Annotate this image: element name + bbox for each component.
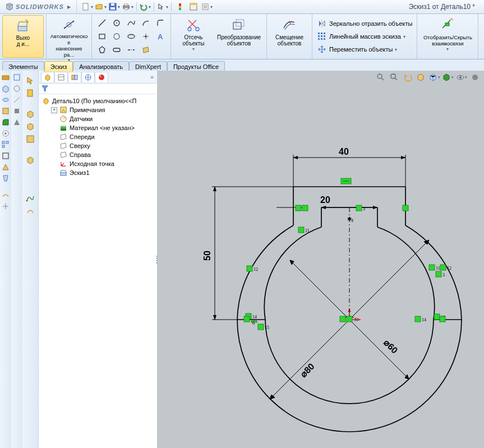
dim-40[interactable]: 40 [339,147,349,156]
print-button[interactable] [122,1,134,12]
reference-icon[interactable] [1,202,10,211]
fillet-tool[interactable] [154,17,167,29]
shell-icon[interactable] [1,151,10,160]
tree-top-plane[interactable]: Сверху [39,141,157,150]
tool-icon-4[interactable] [12,107,21,116]
fm-doc-icon[interactable] [26,89,35,98]
tree-annotations[interactable]: + A Примечания [39,105,157,114]
revolve-icon[interactable] [1,95,10,104]
move-entities-button[interactable]: Переместить объекты ▾ [317,43,412,56]
fm-select-icon[interactable] [26,76,35,85]
svg-rect-44 [324,38,325,40]
dim-20[interactable]: 20 [320,195,330,205]
rebuild-button[interactable] [174,1,186,12]
offset-entities-button[interactable]: Смещениеобъектов [269,15,310,58]
pattern-tools: Зеркально отразить объекты Линейный масс… [315,15,414,58]
dim-d80[interactable]: ⌀80 [298,361,316,379]
dim-50[interactable]: 50 [202,251,212,261]
text-tool[interactable]: A [154,30,167,43]
tree-origin[interactable]: Исходная точка [39,159,157,168]
svg-rect-37 [321,33,322,34]
tree-front-plane[interactable]: Спереди [39,132,157,141]
fm-tab-render[interactable] [95,72,108,82]
exit-sketch-button[interactable]: Выход и... [2,15,44,58]
extrude-icon[interactable] [1,84,10,93]
rib-icon[interactable] [1,163,10,172]
tab-sketch[interactable]: Эскиз [44,61,73,72]
fm-assembly-icon[interactable] [26,122,35,131]
svg-marker-61 [14,119,20,125]
svg-rect-62 [27,90,33,96]
fm-part-icon[interactable] [26,110,35,119]
svg-point-32 [196,27,199,31]
view-icon[interactable] [1,73,10,82]
mirror-entities-button[interactable]: Зеркально отразить объекты [317,17,412,30]
tree-material[interactable]: Материал <не указан> [39,123,157,132]
svg-rect-117 [302,205,308,211]
fm-tab-feature-tree[interactable] [41,72,54,82]
hole-icon[interactable] [1,129,10,138]
fm-tab-configuration[interactable] [68,72,81,82]
plane-tool[interactable] [139,44,153,56]
svg-text:4: 4 [351,218,353,223]
left-toolbar-2 [11,71,23,448]
tree-sensors[interactable]: Датчики [39,114,157,123]
fm-expand-icon[interactable]: » [150,73,154,80]
line-tool[interactable] [95,17,109,29]
graphics-area[interactable]: ▾ ▾ ▾ [157,71,484,448]
tree-right-plane[interactable]: Справа [39,150,157,159]
fillet-feature-icon[interactable] [1,118,10,127]
tool-icon-2[interactable] [12,84,21,93]
trim-entities-button[interactable]: Отсечьобъекты ▾ [173,15,214,58]
spline-tool[interactable] [125,17,138,29]
svg-rect-45 [445,23,449,26]
cut-icon[interactable] [1,107,10,116]
tree-sketch1[interactable]: Эскиз1 [39,168,157,177]
undo-button[interactable] [139,1,151,12]
tool-icon-1[interactable] [12,73,21,82]
arc-tool[interactable] [139,17,153,29]
dim-d60[interactable]: ⌀60 [382,338,400,355]
smart-dimension-button[interactable]: Автоматическоенанесение ра... ▾ [49,15,89,58]
pattern-feature-icon[interactable] [1,140,10,149]
draft-icon[interactable] [1,174,10,183]
document-properties-button[interactable] [201,1,213,12]
svg-rect-33 [233,22,241,29]
perimeter-circle-tool[interactable] [110,30,123,43]
tool-icon-3[interactable] [12,95,21,104]
display-relations-button[interactable]: Отобразить/Скрытьвзаимосвязи ▾ [420,15,476,58]
feature-tree[interactable]: Деталь10 (По умолчанию<<П + A Примечания… [39,94,157,448]
open-button[interactable] [95,1,107,12]
fm-tab-dimxpert[interactable] [81,72,95,82]
curve-icon[interactable] [1,191,10,200]
save-button[interactable] [108,1,121,12]
fm-filter-bar[interactable] [39,84,157,94]
fm-drawing-icon[interactable] [26,135,35,144]
slot-tool[interactable] [110,44,123,56]
centerline-tool[interactable] [125,44,138,56]
new-button[interactable] [81,1,94,12]
polygon-tool[interactable] [95,44,109,56]
repair-sketch-button[interactable]: Исправиэскиз [481,15,484,58]
construction-tool[interactable] [154,44,167,56]
options-button[interactable] [187,1,200,12]
fm-body-icon[interactable] [26,156,35,165]
rectangle-tool[interactable] [95,30,109,43]
fm-tab-property[interactable] [54,72,68,82]
svg-rect-34 [236,20,244,26]
svg-text:14: 14 [252,315,257,320]
circle-tool[interactable] [110,17,123,29]
svg-rect-39 [318,35,320,37]
chevron-down-icon[interactable]: ▶ [67,4,71,10]
ellipse-tool[interactable] [125,30,138,43]
linear-pattern-button[interactable]: Линейный массив эскиза ▾ [317,30,412,43]
point-tool[interactable] [139,30,153,43]
convert-entities-button[interactable]: Преобразованиеобъектов [214,15,264,58]
svg-rect-68 [75,75,77,80]
select-button[interactable] [156,1,169,12]
tool-icon-5[interactable] [12,118,21,127]
fm-curve-icon[interactable] [26,206,35,215]
fm-spline-icon[interactable] [26,194,35,203]
tree-root[interactable]: Деталь10 (По умолчанию<<П [39,96,157,105]
svg-rect-65 [58,75,64,80]
